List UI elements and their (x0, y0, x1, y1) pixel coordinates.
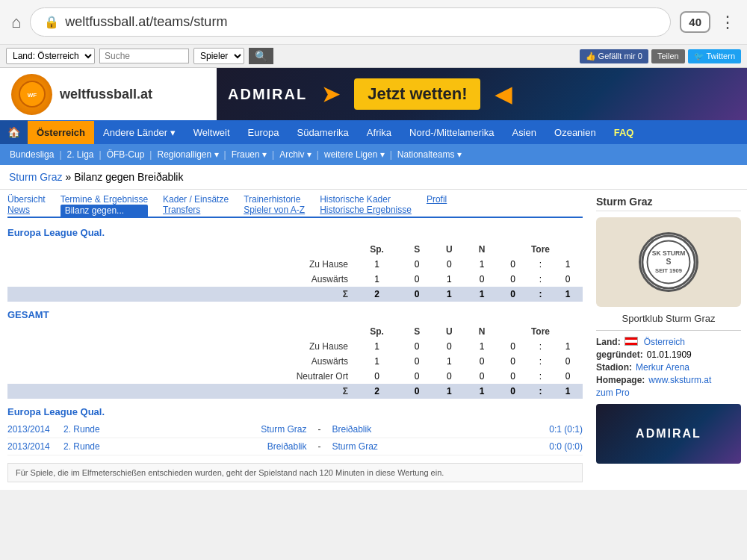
tab-group-kader: Kader / Einsätze Transfers (163, 194, 229, 217)
twitter-button[interactable]: 🐦 Twittern (688, 49, 741, 63)
nav-item-faq[interactable]: FAQ (605, 121, 643, 144)
th-s: S (401, 242, 433, 257)
tab-transfers[interactable]: Transfers (163, 205, 229, 215)
site-header: WF weltfussball.at ADMIRAL ➤ Jetzt wette… (0, 68, 747, 120)
nav-item-afrika[interactable]: Afrika (358, 121, 400, 144)
page-tabs: Übersicht News Termine & Ergebnisse Bila… (7, 190, 583, 218)
table-row: Auswärts 1 0 1 0 0 : 0 (7, 354, 583, 369)
stats-table-gesamt: Sp. S U N Tore Zu Hause 1 0 0 1 0 : 1 (7, 324, 583, 399)
teilen-button[interactable]: Teilen (651, 49, 685, 63)
matches-section: Europa League Qual. 2013/2014 2. Runde S… (7, 406, 583, 455)
match-year-2[interactable]: 2013/2014 (7, 441, 56, 452)
sum-row-g: Σ 2 0 1 1 0 : 1 (7, 384, 583, 399)
match-score-2[interactable]: 0:0 (0:0) (515, 441, 583, 452)
url-text: weltfussball.at/teams/sturm (65, 14, 227, 30)
th-u-g: U (433, 324, 465, 339)
site-logo-text: weltfussball.at (60, 87, 152, 102)
note-text: Für Spiele, die im Elfmeterschießen ents… (16, 468, 444, 477)
table-row: Zu Hause 1 0 0 1 0 : 1 (7, 339, 583, 354)
match-away[interactable]: Breiðablik (332, 424, 509, 435)
ad-arrow-right: ➤ (322, 82, 339, 107)
cell-colon: : (528, 272, 554, 287)
tab-news[interactable]: News (7, 205, 46, 215)
top-toolbar: Land: Österreich Spieler 🔍 👍 Gefällt mir… (0, 45, 747, 68)
match-round-2[interactable]: 2. Runde (63, 441, 123, 452)
main-nav: 🏠 Österreich Andere Länder ▾ Weltweit Eu… (0, 120, 747, 144)
site-logo-icon: WF (11, 74, 52, 115)
match-away-2[interactable]: Sturm Graz (332, 441, 509, 452)
tab-historische-kader[interactable]: Historische Kader (320, 194, 412, 205)
tab-termine[interactable]: Termine & Ergebnisse (61, 194, 148, 205)
match-home-2[interactable]: Breiðablik (131, 441, 307, 452)
nav-item-europa[interactable]: Europa (239, 121, 288, 144)
sum-n: 1 (465, 287, 498, 302)
match-vs: - (314, 424, 325, 435)
nav-home-icon[interactable]: 🏠 (0, 120, 28, 144)
sub-nav-bundesliga[interactable]: Bundesliga (6, 148, 58, 161)
tab-profil[interactable]: Profil (427, 194, 447, 205)
ad-banner[interactable]: ADMIRAL ➤ Jetzt wetten! ◀ (217, 68, 747, 120)
match-year[interactable]: 2013/2014 (7, 424, 56, 435)
ad-arrow-left: ◀ (495, 82, 512, 107)
sum-sigma-g: Σ (7, 384, 353, 399)
nav-item-ozeanien[interactable]: Ozeanien (545, 121, 605, 144)
nav-item-asien[interactable]: Asien (503, 121, 546, 144)
facebook-button[interactable]: 👍 Gefällt mir 0 (580, 49, 648, 63)
nav-item-nordmittelamerika[interactable]: Nord-/Mittelamerika (400, 121, 503, 144)
th-s-g: S (401, 324, 433, 339)
tab-kader[interactable]: Kader / Einsätze (163, 194, 229, 205)
nav-item-andere-lander[interactable]: Andere Länder ▾ (94, 121, 185, 144)
homepage-value[interactable]: www.sksturm.at (648, 375, 711, 385)
match-home[interactable]: Sturm Graz (131, 424, 307, 435)
match-score[interactable]: 0:1 (0:1) (515, 424, 583, 435)
founded-value: 01.01.1909 (647, 349, 692, 360)
sidebar-ad[interactable]: ADMIRAL (596, 404, 741, 464)
nav-item-osterreich[interactable]: Österreich (28, 121, 94, 144)
browser-home-icon[interactable]: ⌂ (11, 13, 21, 32)
table-row: Auswärts 1 0 1 0 0 : 0 (7, 272, 583, 287)
tab-historische-ergebnisse[interactable]: Historische Ergebnisse (320, 205, 412, 215)
sub-nav-archiv[interactable]: Archiv ▾ (276, 148, 315, 161)
sum-sigma: Σ (7, 287, 353, 302)
search-button[interactable]: 🔍 (249, 48, 273, 64)
country-select[interactable]: Land: Österreich (6, 48, 95, 64)
zum-pro-link[interactable]: zum Pro (596, 388, 741, 398)
player-select[interactable]: Spieler (193, 48, 244, 64)
sub-nav-regionalligen[interactable]: Regionalligen ▾ (153, 148, 222, 161)
sub-nav-nationalteams[interactable]: Nationalteams ▾ (394, 148, 465, 161)
ad-cta[interactable]: Jetzt wetten! (354, 78, 480, 110)
country-value: Österreich (644, 337, 685, 347)
matches-section-title: Europa League Qual. (7, 406, 583, 417)
sidebar-divider (596, 330, 741, 331)
url-bar[interactable]: 🔒 weltfussball.at/teams/sturm (30, 7, 671, 37)
breadcrumb-sturm[interactable]: Sturm Graz (9, 171, 63, 183)
tab-group-profil: Profil (427, 194, 447, 217)
breadcrumb: Sturm Graz » Bilanz gegen Breiðablik (0, 165, 747, 190)
info-founded: gegründet: 01.01.1909 (596, 349, 741, 360)
nav-item-weltweit[interactable]: Weltweit (185, 121, 239, 144)
row-zu-hause-g: Zu Hause (7, 339, 353, 354)
tab-spieler-az[interactable]: Spieler von A-Z (244, 205, 305, 215)
sum-s: 0 (401, 287, 433, 302)
sub-nav-2liga[interactable]: 2. Liga (63, 148, 98, 161)
th-n: N (465, 242, 498, 257)
tab-bilanz-active[interactable]: Bilanz gegen... (61, 205, 148, 217)
browser-menu-icon[interactable]: ⋮ (719, 13, 736, 32)
th-n-g: N (465, 324, 498, 339)
cell-sp: 1 (353, 257, 401, 272)
nav-item-sudamerika[interactable]: Südamerika (288, 121, 357, 144)
sub-nav-ofbcup[interactable]: ÖFB-Cup (103, 148, 149, 161)
match-row: 2013/2014 2. Runde Breiðablik - Sturm Gr… (7, 438, 583, 455)
tab-ubersicht[interactable]: Übersicht (7, 194, 46, 205)
cell-t2: 0 (553, 272, 583, 287)
sub-nav-frauen[interactable]: Frauen ▾ (228, 148, 270, 161)
match-round[interactable]: 2. Runde (63, 424, 123, 435)
lock-icon: 🔒 (44, 15, 59, 29)
tab-trainerhistorie[interactable]: Trainerhistorie (244, 194, 305, 205)
sub-nav-weitere[interactable]: weitere Ligen ▾ (320, 148, 388, 161)
search-input[interactable] (99, 49, 189, 63)
info-country: Land: Österreich (596, 337, 741, 347)
breadcrumb-bilanz: Bilanz gegen Breiðablik (74, 171, 183, 183)
stadium-value[interactable]: Merkur Arena (636, 362, 689, 373)
svg-text:SK STURM: SK STURM (652, 249, 685, 257)
